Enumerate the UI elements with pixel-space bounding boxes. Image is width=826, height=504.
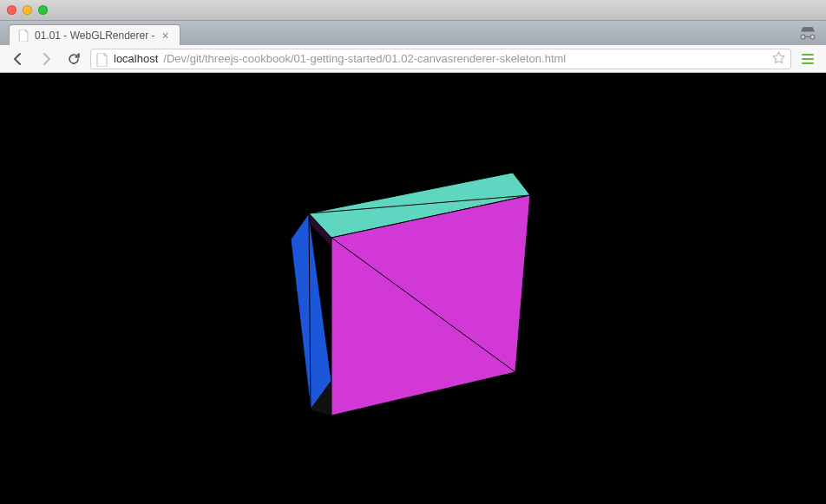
browser-toolbar: localhost/Dev/git/threejs-cookbook/01-ge… [0, 45, 826, 73]
svg-point-0 [801, 36, 804, 39]
reload-button[interactable] [62, 49, 85, 69]
webgl-viewport[interactable] [0, 73, 826, 504]
forward-button[interactable] [35, 49, 57, 69]
svg-point-1 [810, 36, 814, 39]
url-path: /Dev/git/threejs-cookbook/01-getting-sta… [163, 52, 566, 65]
back-button[interactable] [7, 49, 30, 69]
address-bar[interactable]: localhost/Dev/git/threejs-cookbook/01-ge… [90, 49, 791, 69]
window-minimize-button[interactable] [23, 5, 32, 15]
bookmark-star-icon[interactable] [772, 51, 785, 67]
tab-strip: 01.01 - WebGLRenderer - × [0, 21, 826, 45]
traffic-lights [7, 5, 48, 15]
window-titlebar [0, 0, 826, 21]
file-icon [18, 29, 30, 42]
window-close-button[interactable] [7, 5, 16, 15]
tab-title: 01.01 - WebGLRenderer - [35, 29, 155, 42]
hamburger-icon [802, 54, 814, 64]
url-host: localhost [114, 52, 158, 65]
window-maximize-button[interactable] [38, 5, 48, 15]
incognito-icon [798, 23, 817, 43]
svg-rect-2 [804, 36, 810, 37]
page-icon [96, 53, 108, 65]
rendered-cube [0, 73, 826, 504]
hamburger-menu-button[interactable] [796, 49, 819, 69]
browser-tab[interactable]: 01.01 - WebGLRenderer - × [9, 24, 180, 45]
tab-close-button[interactable]: × [161, 29, 171, 42]
